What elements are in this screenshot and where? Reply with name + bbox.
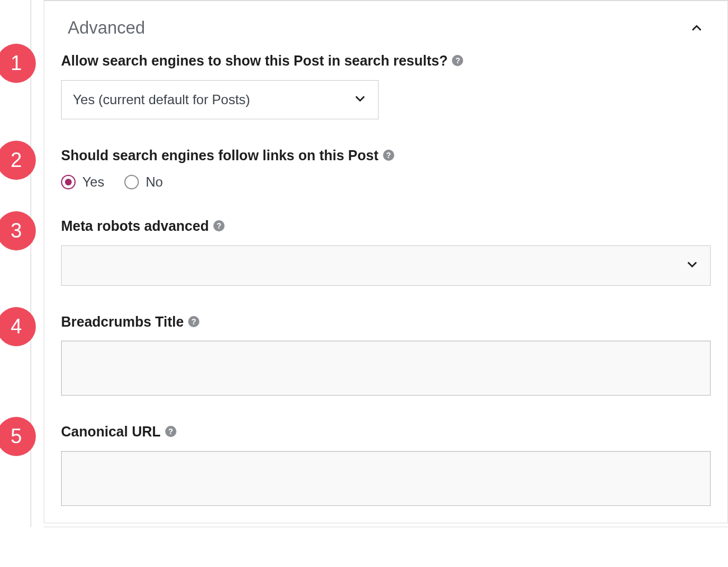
annotation-badge-2: 2 — [0, 141, 36, 180]
breadcrumbs-label: Breadcrumbs Title — [61, 313, 184, 331]
field-breadcrumbs-title: 4 Breadcrumbs Title ? — [44, 313, 727, 423]
meta-robots-select-wrap[interactable] — [61, 245, 711, 286]
follow-links-radio-yes[interactable]: Yes — [61, 174, 104, 190]
annotation-badge-4: 4 — [0, 307, 36, 346]
follow-links-radio-no[interactable]: No — [124, 174, 163, 190]
meta-robots-label: Meta robots advanced — [61, 217, 209, 235]
advanced-section-header[interactable]: Advanced — [44, 1, 727, 52]
follow-links-label: Should search engines follow links on th… — [61, 146, 379, 165]
canonical-url-input[interactable] — [61, 451, 711, 506]
allow-search-select-wrap[interactable]: Yes (current default for Posts) — [61, 80, 379, 119]
collapse-toggle[interactable] — [689, 21, 704, 35]
field-canonical-url: 5 Canonical URL ? — [44, 422, 727, 523]
panel-bottom-border — [44, 527, 728, 527]
field-allow-search-engines: 1 Allow search engines to show this Post… — [44, 52, 727, 146]
advanced-panel: Advanced 1 Allow search engines to show … — [44, 1, 728, 523]
field-label-row: Allow search engines to show this Post i… — [61, 52, 711, 70]
section-title: Advanced — [68, 18, 145, 38]
help-icon[interactable]: ? — [452, 55, 463, 66]
field-label-row: Canonical URL ? — [61, 422, 711, 441]
field-label-row: Meta robots advanced ? — [61, 217, 711, 235]
chevron-up-icon — [690, 22, 703, 34]
help-icon[interactable]: ? — [188, 316, 199, 327]
radio-icon-unselected — [124, 175, 139, 189]
radio-yes-label: Yes — [82, 174, 104, 190]
field-follow-links: 2 Should search engines follow links on … — [44, 146, 727, 217]
help-icon[interactable]: ? — [165, 426, 176, 437]
breadcrumbs-title-input[interactable] — [61, 341, 711, 396]
radio-icon-selected — [61, 175, 76, 189]
help-icon[interactable]: ? — [213, 220, 225, 231]
field-meta-robots: 3 Meta robots advanced ? — [44, 217, 727, 313]
meta-robots-select[interactable] — [61, 245, 711, 286]
radio-dot — [65, 179, 72, 185]
radio-no-label: No — [146, 174, 163, 190]
field-label-row: Should search engines follow links on th… — [61, 146, 711, 165]
field-label-row: Breadcrumbs Title ? — [61, 313, 711, 331]
help-icon[interactable]: ? — [383, 150, 394, 161]
allow-search-select[interactable]: Yes (current default for Posts) — [61, 80, 379, 119]
allow-search-label: Allow search engines to show this Post i… — [61, 52, 447, 70]
follow-links-radio-group: Yes No — [61, 174, 711, 190]
canonical-label: Canonical URL — [61, 422, 161, 441]
